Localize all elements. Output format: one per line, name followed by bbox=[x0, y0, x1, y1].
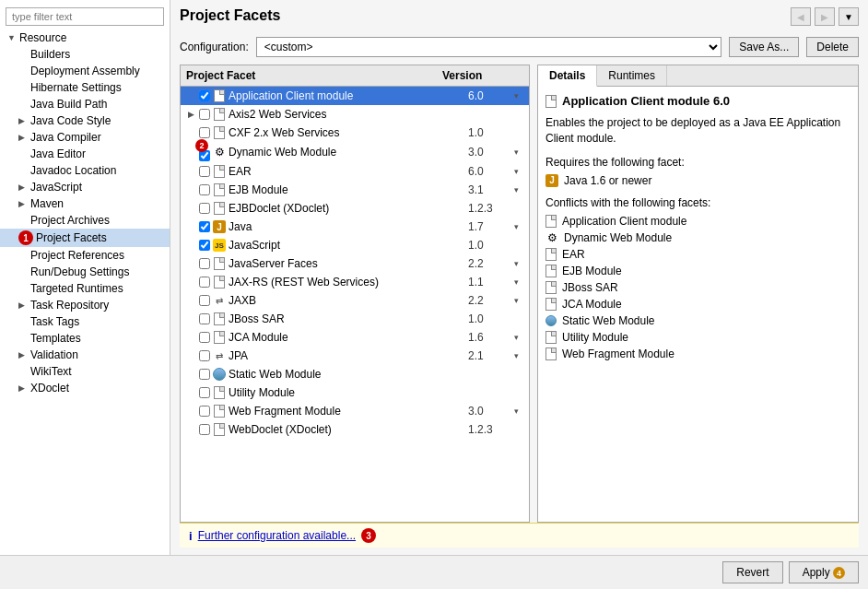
expand-axis2[interactable]: ▶ bbox=[188, 110, 197, 119]
nav-dropdown-button[interactable]: ▼ bbox=[839, 7, 859, 26]
facet-dropdown-web-fragment[interactable]: ▾ bbox=[514, 406, 529, 416]
facet-row-ear[interactable]: EAR 6.0 ▾ bbox=[181, 162, 529, 181]
config-select[interactable]: <custom> bbox=[256, 37, 722, 57]
facet-row-cxf[interactable]: CXF 2.x Web Services 1.0 bbox=[181, 124, 529, 142]
facet-check-app-client[interactable] bbox=[197, 90, 212, 101]
sidebar-item-hibernate[interactable]: Hibernate Settings bbox=[0, 79, 170, 96]
facet-dropdown-jpa[interactable]: ▾ bbox=[514, 351, 529, 360]
checkbox-web-fragment[interactable] bbox=[199, 406, 210, 417]
facet-row-jaxrs[interactable]: JAX-RS (REST Web Services) 1.1 ▾ bbox=[181, 273, 529, 291]
facet-dropdown-jsf[interactable]: ▾ bbox=[514, 259, 529, 268]
sidebar-item-java-code-style[interactable]: ▶ Java Code Style bbox=[0, 112, 170, 129]
facet-row-java[interactable]: J Java 1.7 ▾ bbox=[181, 218, 529, 236]
nav-back-button[interactable]: ◀ bbox=[791, 7, 811, 26]
checkbox-jaxrs[interactable] bbox=[199, 277, 210, 288]
facet-check-jaxb[interactable] bbox=[197, 295, 212, 306]
sidebar-item-xdoclet[interactable]: ▶ XDoclet bbox=[0, 380, 170, 396]
facet-row-jaxb[interactable]: ⇄ JAXB 2.2 ▾ bbox=[181, 291, 529, 310]
facet-dropdown-dynamic-web[interactable]: ▾ bbox=[514, 147, 529, 157]
tab-details[interactable]: Details bbox=[538, 65, 597, 87]
facet-row-javascript[interactable]: JS JavaScript 1.0 bbox=[181, 236, 529, 254]
facet-dropdown-ejb[interactable]: ▾ bbox=[514, 185, 529, 194]
tab-runtimes[interactable]: Runtimes bbox=[597, 65, 667, 86]
delete-button[interactable]: Delete bbox=[806, 37, 859, 57]
sidebar-item-builders[interactable]: Builders bbox=[0, 46, 170, 63]
checkbox-jsf[interactable] bbox=[199, 258, 210, 269]
facet-check-dynamic-web[interactable]: 2 bbox=[197, 143, 212, 161]
checkbox-app-client[interactable] bbox=[199, 90, 210, 101]
facet-row-ejbdoclet[interactable]: EJBDoclet (XDoclet) 1.2.3 bbox=[181, 199, 529, 218]
sidebar-item-task-repository[interactable]: ▶ Task Repository bbox=[0, 297, 170, 313]
checkbox-ejbdoclet[interactable] bbox=[199, 203, 210, 214]
facet-check-java[interactable] bbox=[197, 221, 212, 232]
sidebar-item-java-build-path[interactable]: Java Build Path bbox=[0, 96, 170, 112]
facet-check-jsf[interactable] bbox=[197, 258, 212, 269]
sidebar-item-project-archives[interactable]: Project Archives bbox=[0, 212, 170, 229]
facet-row-jpa[interactable]: ⇄ JPA 2.1 ▾ bbox=[181, 347, 529, 365]
facet-row-axis2[interactable]: ▶ Axis2 Web Services bbox=[181, 105, 529, 124]
facet-dropdown-java[interactable]: ▾ bbox=[514, 222, 529, 231]
nav-forward-button[interactable]: ▶ bbox=[815, 7, 835, 26]
sidebar-item-javadoc[interactable]: Javadoc Location bbox=[0, 162, 170, 179]
facet-row-jsf[interactable]: JavaServer Faces 2.2 ▾ bbox=[181, 254, 529, 273]
sidebar-item-deployment-assembly[interactable]: Deployment Assembly bbox=[0, 63, 170, 79]
checkbox-axis2[interactable] bbox=[199, 109, 210, 120]
facet-row-app-client[interactable]: Application Client module 6.0 ▾ bbox=[181, 87, 529, 105]
facet-dropdown-jaxb[interactable]: ▾ bbox=[514, 296, 529, 305]
checkbox-jboss-sar[interactable] bbox=[199, 313, 210, 324]
facet-check-jboss-sar[interactable] bbox=[197, 313, 212, 324]
facet-check-jaxrs[interactable] bbox=[197, 277, 212, 288]
checkbox-js[interactable] bbox=[199, 240, 210, 251]
sidebar-item-templates[interactable]: Templates bbox=[0, 330, 170, 347]
checkbox-jca[interactable] bbox=[199, 332, 210, 343]
facet-row-web-fragment[interactable]: Web Fragment Module 3.0 ▾ bbox=[181, 402, 529, 420]
facet-check-js[interactable] bbox=[197, 240, 212, 251]
facet-row-ejb[interactable]: EJB Module 3.1 ▾ bbox=[181, 181, 529, 199]
info-link[interactable]: Further configuration available... bbox=[198, 529, 356, 542]
facet-check-jpa[interactable] bbox=[197, 350, 212, 361]
filter-input[interactable] bbox=[6, 7, 164, 26]
facet-check-webdoclet[interactable] bbox=[197, 424, 212, 435]
sidebar-item-java-compiler[interactable]: ▶ Java Compiler bbox=[0, 129, 170, 146]
sidebar-item-validation[interactable]: ▶ Validation bbox=[0, 347, 170, 363]
facet-check-axis2[interactable] bbox=[197, 109, 212, 120]
checkbox-ear[interactable] bbox=[199, 166, 210, 177]
facet-check-jca[interactable] bbox=[197, 332, 212, 343]
facet-check-utility[interactable] bbox=[197, 387, 212, 398]
sidebar-item-project-facets[interactable]: 1 Project Facets bbox=[0, 229, 170, 247]
checkbox-jaxb[interactable] bbox=[199, 295, 210, 306]
checkbox-utility[interactable] bbox=[199, 387, 210, 398]
sidebar-item-project-references[interactable]: Project References bbox=[0, 247, 170, 264]
sidebar-item-task-tags[interactable]: Task Tags bbox=[0, 313, 170, 330]
facet-row-webdoclet[interactable]: WebDoclet (XDoclet) 1.2.3 bbox=[181, 420, 529, 439]
facet-row-static-web[interactable]: Static Web Module bbox=[181, 365, 529, 383]
checkbox-static-web[interactable] bbox=[199, 369, 210, 380]
facet-dropdown-jaxrs[interactable]: ▾ bbox=[514, 277, 529, 287]
facet-row-jboss-sar[interactable]: JBoss SAR 1.0 bbox=[181, 310, 529, 328]
facet-check-web-fragment[interactable] bbox=[197, 406, 212, 417]
facet-check-ear[interactable] bbox=[197, 166, 212, 177]
facet-dropdown-app-client[interactable]: ▾ bbox=[514, 91, 529, 100]
sidebar-item-wikitext[interactable]: WikiText bbox=[0, 363, 170, 380]
facet-row-jca[interactable]: JCA Module 1.6 ▾ bbox=[181, 328, 529, 347]
apply-button[interactable]: Apply 4 bbox=[789, 561, 859, 583]
checkbox-webdoclet[interactable] bbox=[199, 424, 210, 435]
sidebar-item-maven[interactable]: ▶ Maven bbox=[0, 195, 170, 212]
facet-check-ejbdoclet[interactable] bbox=[197, 203, 212, 214]
sidebar-item-targeted-runtimes[interactable]: Targeted Runtimes bbox=[0, 280, 170, 297]
facet-row-utility[interactable]: Utility Module bbox=[181, 383, 529, 402]
revert-button[interactable]: Revert bbox=[722, 561, 782, 583]
facet-dropdown-jca[interactable]: ▾ bbox=[514, 333, 529, 342]
facet-row-dynamic-web[interactable]: 2 ⚙ Dynamic Web Module 3.0 ▾ bbox=[181, 142, 529, 162]
facet-check-static-web[interactable] bbox=[197, 369, 212, 380]
facet-check-cxf[interactable] bbox=[197, 127, 212, 138]
save-as-button[interactable]: Save As... bbox=[729, 37, 799, 57]
sidebar-item-javascript[interactable]: ▶ JavaScript bbox=[0, 179, 170, 195]
checkbox-cxf[interactable] bbox=[199, 127, 210, 138]
sidebar-item-run-debug[interactable]: Run/Debug Settings bbox=[0, 264, 170, 280]
facet-check-ejb[interactable] bbox=[197, 184, 212, 195]
sidebar-item-java-editor[interactable]: Java Editor bbox=[0, 146, 170, 162]
facet-dropdown-ear[interactable]: ▾ bbox=[514, 167, 529, 176]
checkbox-ejb[interactable] bbox=[199, 184, 210, 195]
sidebar-item-resource[interactable]: ▼ Resource bbox=[0, 29, 170, 46]
